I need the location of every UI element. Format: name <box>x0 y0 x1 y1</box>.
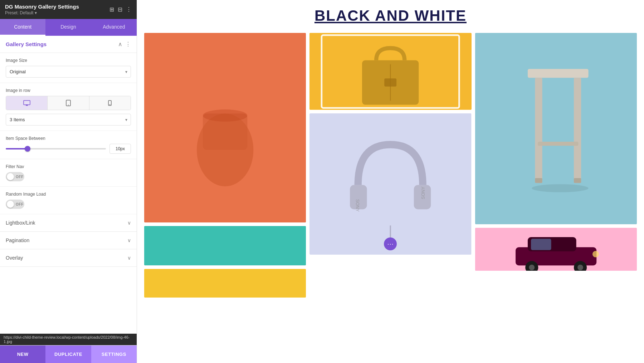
image-size-label: Image Size <box>6 58 131 63</box>
random-image-field: Random Image Load OFF <box>0 187 137 214</box>
gallery-col-3 <box>475 33 637 271</box>
gallery-dots-button[interactable]: ··· <box>384 237 397 250</box>
svg-point-39 <box>577 265 583 270</box>
gallery-col-1 <box>144 33 306 298</box>
svg-point-5 <box>68 105 69 106</box>
overlay-section: Overlay ∨ <box>0 249 137 267</box>
random-toggle-knob <box>7 201 14 208</box>
overlay-header[interactable]: Overlay ∨ <box>0 249 137 266</box>
pagination-chevron-icon: ∨ <box>127 237 131 243</box>
svg-point-37 <box>529 265 535 270</box>
svg-point-32 <box>532 184 588 192</box>
sidebar-bottom: New Duplicate Settings <box>0 345 137 363</box>
section-controls: ∧ ⋮ <box>118 41 131 48</box>
gallery-grid: SONY SONY ··· <box>144 33 637 298</box>
lightbox-section: Lightbox/Link ∨ <box>0 214 137 232</box>
tab-design[interactable]: Design <box>45 19 91 36</box>
image-size-field: Image Size Original Thumbnail Medium Lar… <box>0 53 137 83</box>
sidebar-header: DG Masonry Gallery Settings Preset: Defa… <box>0 0 137 19</box>
filter-nav-off-label: OFF <box>16 175 24 179</box>
items-select-wrapper-outer: 1 Item 2 Items 3 Items 4 Items 5 Items <box>6 114 131 126</box>
svg-rect-31 <box>574 178 581 183</box>
lightbox-title: Lightbox/Link <box>6 220 35 226</box>
image-in-row-field: Image in row <box>0 83 137 131</box>
sidebar-preset[interactable]: Preset: Default ▾ <box>5 10 79 15</box>
items-select[interactable]: 1 Item 2 Items 3 Items 4 Items 5 Items <box>6 114 131 126</box>
sidebar-title: DG Masonry Gallery Settings <box>5 4 79 10</box>
svg-rect-12 <box>144 226 306 265</box>
gallery-title: BLACK AND WHITE <box>144 7 637 24</box>
mobile-btn[interactable] <box>89 96 131 110</box>
lightbox-header[interactable]: Lightbox/Link ∨ <box>0 214 137 231</box>
svg-rect-30 <box>535 178 542 183</box>
random-image-label: Random Image Load <box>6 192 131 197</box>
image-size-select-wrapper: Original Thumbnail Medium Large Full <box>6 66 131 78</box>
filter-nav-toggle[interactable]: OFF <box>6 172 24 181</box>
tablet-btn[interactable] <box>48 96 89 110</box>
item-space-slider[interactable] <box>6 148 106 149</box>
tab-content[interactable]: Content <box>0 19 45 36</box>
sidebar: DG Masonry Gallery Settings Preset: Defa… <box>0 0 137 363</box>
duplicate-button[interactable]: Duplicate <box>45 345 91 363</box>
svg-rect-13 <box>144 269 306 298</box>
svg-rect-0 <box>24 100 30 105</box>
pagination-header[interactable]: Pagination ∨ <box>0 232 137 249</box>
gallery-settings-title: Gallery Settings <box>6 41 47 47</box>
collapse-icon[interactable]: ∧ <box>118 41 122 48</box>
lightbox-chevron-icon: ∨ <box>127 220 131 226</box>
section-more-icon[interactable]: ⋮ <box>125 41 131 48</box>
svg-rect-28 <box>574 78 581 183</box>
gallery-item-orange <box>144 33 306 222</box>
gallery-settings-section-header: Gallery Settings ∧ ⋮ <box>0 36 137 53</box>
svg-text:SONY: SONY <box>421 186 426 199</box>
new-button[interactable]: New <box>0 345 45 363</box>
filter-nav-toggle-row: OFF <box>6 172 131 181</box>
tab-bar: Content Design Advanced <box>0 19 137 36</box>
overlay-title: Overlay <box>6 255 23 261</box>
gallery-item-headphones: SONY SONY ··· <box>309 113 471 255</box>
item-space-value[interactable] <box>109 144 131 154</box>
gallery-item-stool <box>475 33 637 224</box>
svg-rect-18 <box>385 78 397 87</box>
desktop-btn[interactable] <box>6 96 48 110</box>
slider-row <box>6 144 131 154</box>
svg-point-11 <box>203 109 247 122</box>
url-text: https://divi-child-theme-review.local/wp… <box>4 335 130 344</box>
sidebar-header-left: DG Masonry Gallery Settings Preset: Defa… <box>5 4 79 15</box>
items-select-wrapper: 1 Item 2 Items 3 Items 4 Items 5 Items <box>6 114 131 126</box>
filter-nav-field: Filter Nav OFF <box>0 159 137 187</box>
gallery-col-2: SONY SONY ··· <box>309 33 471 255</box>
filter-nav-label: Filter Nav <box>6 164 131 169</box>
expand-icon[interactable]: ⊟ <box>118 6 122 13</box>
svg-rect-25 <box>475 33 637 224</box>
url-bar: https://divi-child-theme-review.local/wp… <box>0 334 137 345</box>
image-in-row-label: Image in row <box>6 88 131 93</box>
random-image-toggle-row: OFF <box>6 200 131 209</box>
grid-icon[interactable]: ⊞ <box>109 6 114 13</box>
gallery-item-teal <box>144 226 306 265</box>
dots-label: ··· <box>387 240 394 248</box>
svg-rect-26 <box>528 69 589 78</box>
gallery-item-yellow-small <box>144 269 306 298</box>
gallery-item-car <box>475 228 637 271</box>
image-in-row-buttons <box>6 96 131 110</box>
gallery-item-bag <box>309 33 471 110</box>
tab-advanced[interactable]: Advanced <box>91 19 137 36</box>
main-content: BLACK AND WHITE <box>137 0 644 363</box>
more-icon[interactable]: ⋮ <box>126 6 132 13</box>
item-space-label: Item Space Between <box>6 136 131 141</box>
settings-button[interactable]: Settings <box>91 345 137 363</box>
svg-rect-27 <box>535 78 542 183</box>
pagination-title: Pagination <box>6 237 29 243</box>
svg-point-41 <box>592 251 599 257</box>
pagination-section: Pagination ∨ <box>0 232 137 249</box>
sidebar-body: Gallery Settings ∧ ⋮ Image Size Original… <box>0 36 137 363</box>
svg-text:SONY: SONY <box>355 199 360 212</box>
svg-rect-40 <box>531 239 551 250</box>
svg-rect-29 <box>538 142 578 146</box>
overlay-chevron-icon: ∨ <box>127 255 131 261</box>
image-size-select[interactable]: Original Thumbnail Medium Large Full <box>6 66 131 78</box>
random-image-toggle[interactable]: OFF <box>6 200 24 209</box>
toggle-knob <box>7 173 14 180</box>
item-space-field: Item Space Between <box>0 131 137 159</box>
